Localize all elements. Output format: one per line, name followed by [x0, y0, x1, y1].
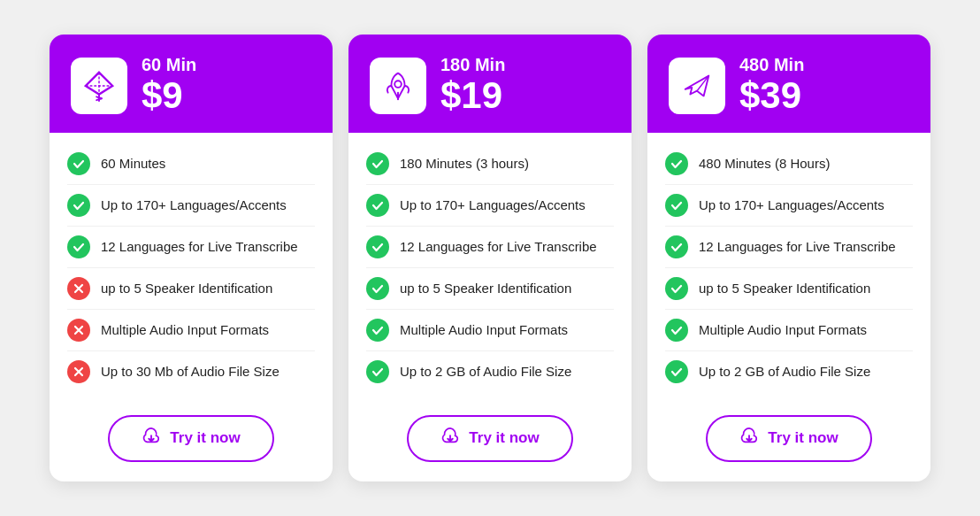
- feature-item: Up to 170+ Languages/Accents: [665, 185, 913, 227]
- feature-text: Multiple Audio Input Formats: [101, 322, 269, 337]
- feature-item: Multiple Audio Input Formats: [366, 310, 614, 351]
- plane-icon: [669, 58, 725, 114]
- card-header-plan-480: 480 Min$39: [647, 35, 930, 132]
- feature-item: Up to 170+ Languages/Accents: [67, 185, 315, 227]
- check-icon: [67, 152, 90, 175]
- feature-text: up to 5 Speaker Identification: [400, 281, 571, 296]
- feature-item: Up to 2 GB of Audio File Size: [366, 351, 614, 392]
- feature-text: Up to 170+ Languages/Accents: [400, 197, 586, 212]
- try-button-label: Try it now: [469, 429, 539, 447]
- card-features-list: 480 Minutes (8 Hours) Up to 170+ Languag…: [647, 133, 930, 406]
- card-header-plan-60: 60 Min$9: [50, 35, 333, 132]
- feature-item: up to 5 Speaker Identification: [665, 268, 913, 310]
- feature-item: up to 5 Speaker Identification: [67, 268, 315, 310]
- check-icon: [366, 194, 389, 217]
- feature-item: 12 Languages for Live Transcribe: [67, 227, 315, 268]
- card-minutes-label: 480 Min: [739, 54, 804, 75]
- feature-text: Multiple Audio Input Formats: [400, 322, 568, 337]
- check-icon: [366, 235, 389, 258]
- feature-item: Up to 30 Mb of Audio File Size: [67, 351, 315, 392]
- pricing-card-plan-180: 180 Min$19 180 Minutes (3 hours) Up to 1…: [348, 35, 632, 481]
- cloud-download-icon: [739, 427, 759, 451]
- card-minutes-label: 180 Min: [440, 54, 505, 75]
- card-footer: Try it now: [647, 406, 930, 481]
- check-icon: [665, 152, 688, 175]
- pricing-card-plan-480: 480 Min$39 480 Minutes (8 Hours) Up to 1…: [647, 35, 930, 481]
- check-icon: [665, 319, 688, 342]
- feature-text: 480 Minutes (8 Hours): [699, 156, 830, 171]
- feature-item: 480 Minutes (8 Hours): [665, 143, 913, 185]
- kite-icon: [71, 58, 127, 114]
- svg-line-2: [96, 98, 102, 100]
- cloud-download-icon: [142, 427, 161, 451]
- feature-text: Up to 170+ Languages/Accents: [101, 197, 287, 212]
- check-icon: [67, 235, 90, 258]
- cross-icon: [67, 277, 90, 300]
- feature-text: Up to 30 Mb of Audio File Size: [101, 364, 279, 379]
- feature-text: Multiple Audio Input Formats: [699, 322, 867, 337]
- feature-text: up to 5 Speaker Identification: [699, 281, 870, 296]
- try-button-plan-60[interactable]: Try it now: [108, 415, 273, 462]
- check-icon: [665, 360, 688, 383]
- feature-text: Up to 170+ Languages/Accents: [699, 197, 884, 212]
- card-price-label: $19: [440, 75, 505, 116]
- check-icon: [366, 152, 389, 175]
- check-icon: [366, 360, 389, 383]
- card-price-label: $39: [739, 75, 804, 116]
- check-icon: [366, 319, 389, 342]
- card-features-list: 60 Minutes Up to 170+ Languages/Accents …: [50, 133, 333, 406]
- try-button-plan-180[interactable]: Try it now: [407, 415, 572, 462]
- feature-item: Multiple Audio Input Formats: [665, 310, 913, 351]
- try-button-plan-480[interactable]: Try it now: [706, 415, 871, 462]
- try-button-label: Try it now: [768, 429, 838, 447]
- check-icon: [67, 194, 90, 217]
- card-title-group: 480 Min$39: [739, 54, 804, 116]
- feature-item: Up to 170+ Languages/Accents: [366, 185, 614, 227]
- feature-text: 12 Languages for Live Transcribe: [699, 239, 896, 254]
- feature-text: Up to 2 GB of Audio File Size: [699, 364, 870, 379]
- card-title-group: 180 Min$19: [440, 54, 505, 116]
- feature-text: up to 5 Speaker Identification: [101, 281, 272, 296]
- feature-text: Up to 2 GB of Audio File Size: [400, 364, 571, 379]
- check-icon: [665, 235, 688, 258]
- card-features-list: 180 Minutes (3 hours) Up to 170+ Languag…: [348, 133, 632, 406]
- try-button-label: Try it now: [170, 429, 240, 447]
- feature-item: 60 Minutes: [67, 143, 315, 185]
- pricing-card-plan-60: 60 Min$9 60 Minutes Up to 170+ Languages…: [50, 35, 333, 481]
- feature-text: 12 Languages for Live Transcribe: [101, 239, 298, 254]
- feature-item: 180 Minutes (3 hours): [366, 143, 614, 185]
- cross-icon: [67, 360, 90, 383]
- cloud-download-icon: [440, 427, 460, 451]
- check-icon: [665, 194, 688, 217]
- card-price-label: $9: [142, 75, 196, 116]
- pricing-container: 60 Min$9 60 Minutes Up to 170+ Languages…: [18, 35, 962, 481]
- cross-icon: [67, 319, 90, 342]
- check-icon: [366, 277, 389, 300]
- svg-point-5: [394, 81, 402, 88]
- card-title-group: 60 Min$9: [142, 54, 196, 116]
- feature-item: 12 Languages for Live Transcribe: [665, 227, 913, 268]
- feature-text: 12 Languages for Live Transcribe: [400, 239, 597, 254]
- check-icon: [665, 277, 688, 300]
- feature-item: Up to 2 GB of Audio File Size: [665, 351, 913, 392]
- card-minutes-label: 60 Min: [142, 54, 196, 75]
- card-footer: Try it now: [348, 406, 632, 481]
- feature-text: 60 Minutes: [101, 156, 165, 171]
- feature-text: 180 Minutes (3 hours): [400, 156, 529, 171]
- card-footer: Try it now: [50, 406, 333, 481]
- feature-item: Multiple Audio Input Formats: [67, 310, 315, 351]
- feature-item: up to 5 Speaker Identification: [366, 268, 614, 310]
- card-header-plan-180: 180 Min$19: [348, 35, 632, 132]
- feature-item: 12 Languages for Live Transcribe: [366, 227, 614, 268]
- rocket-icon: [370, 58, 426, 114]
